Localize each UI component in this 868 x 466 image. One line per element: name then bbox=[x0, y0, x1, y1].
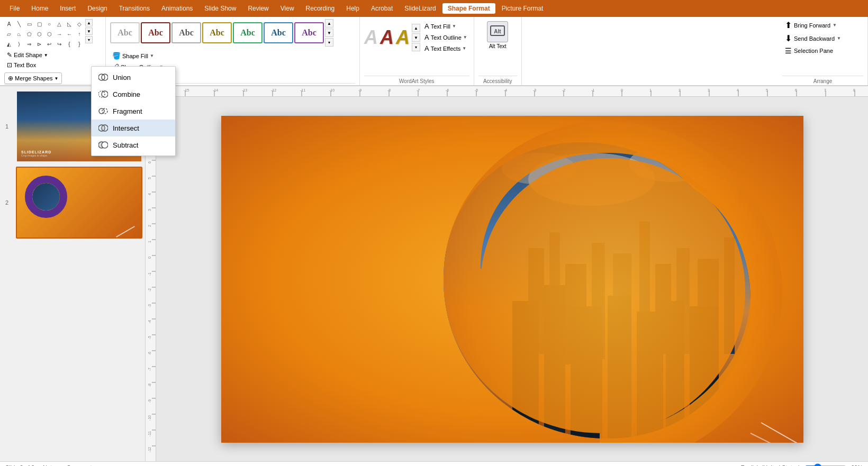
slide-content[interactable] bbox=[221, 116, 803, 443]
edit-shape-button[interactable]: ✎ Edit Shape ▼ bbox=[4, 50, 51, 60]
alt-text-label: Alt Text bbox=[489, 43, 507, 49]
svg-text:-12: -12 bbox=[148, 447, 151, 452]
menu-slidelizard[interactable]: SlideLizard bbox=[399, 3, 441, 14]
shape-icon-chevron[interactable]: ⟩ bbox=[14, 39, 24, 49]
menu-view[interactable]: View bbox=[275, 3, 300, 14]
merge-shapes-button[interactable]: ⊕ Merge Shapes ▼ bbox=[4, 72, 62, 84]
merge-shapes-icon: ⊕ bbox=[8, 75, 13, 82]
menu-animations[interactable]: Animations bbox=[156, 3, 198, 14]
merge-subtract[interactable]: Subtract bbox=[92, 136, 175, 153]
svg-text:-2: -2 bbox=[148, 288, 151, 291]
slide-2-thumb[interactable] bbox=[16, 167, 142, 239]
svg-text:-11: -11 bbox=[300, 88, 305, 92]
style-swatch-1[interactable]: Abc bbox=[141, 22, 170, 43]
menu-review[interactable]: Review bbox=[242, 3, 274, 14]
shapes-scroll-down[interactable]: ▼ bbox=[85, 28, 93, 35]
menu-picture-format[interactable]: Picture Format bbox=[496, 3, 549, 14]
merge-union[interactable]: Union bbox=[92, 69, 175, 86]
text-effects-icon: A bbox=[424, 44, 429, 52]
wordart-letter-gray[interactable]: A bbox=[364, 26, 378, 49]
shape-icon-brace[interactable]: } bbox=[75, 39, 84, 49]
shape-icon-notch[interactable]: ⊳ bbox=[34, 39, 44, 49]
shape-icon-arrow2[interactable]: ⇒ bbox=[24, 39, 34, 49]
shape-icon-hept[interactable]: ⬡ bbox=[44, 29, 54, 39]
alt-text-button[interactable]: Alt Alt Text bbox=[483, 19, 512, 51]
shape-icon-tri2[interactable]: ◭ bbox=[4, 39, 14, 49]
shape-icon-para[interactable]: ▱ bbox=[4, 29, 14, 39]
menu-acrobat[interactable]: Acrobat bbox=[366, 3, 398, 14]
svg-text:-8: -8 bbox=[148, 383, 151, 387]
notes-btn[interactable]: Notes bbox=[43, 464, 58, 467]
menu-transitions[interactable]: Transitions bbox=[114, 3, 155, 14]
shape-icon-line[interactable]: ╲ bbox=[14, 19, 24, 29]
svg-text:-9: -9 bbox=[358, 88, 361, 92]
shape-icon-trap[interactable]: ⏢ bbox=[14, 29, 24, 39]
menu-insert[interactable]: Insert bbox=[55, 3, 81, 14]
svg-text:6: 6 bbox=[795, 88, 797, 92]
shape-icon-penta[interactable]: ⬠ bbox=[24, 29, 34, 39]
shape-icon-arrow-l[interactable]: ← bbox=[65, 29, 74, 39]
merge-intersect[interactable]: Intersect bbox=[92, 120, 175, 136]
wordart-letter-red[interactable]: A bbox=[380, 26, 394, 49]
comments-btn[interactable]: Comments bbox=[67, 464, 95, 467]
text-box-button[interactable]: ⊡ Text Box bbox=[4, 60, 51, 70]
wordart-scroll-up[interactable]: ▲ bbox=[412, 24, 420, 32]
wordart-styles-group: A A A ▲ ▼ ▾ A Text Fill ▼ bbox=[360, 17, 474, 85]
shape-icon-text[interactable]: A bbox=[4, 19, 14, 29]
shape-icon-rect[interactable]: ▭ bbox=[24, 19, 34, 29]
style-swatch-3[interactable]: Abc bbox=[202, 22, 232, 43]
text-outline-icon: A bbox=[424, 33, 429, 41]
merge-combine[interactable]: Combine bbox=[92, 86, 175, 103]
slide1-text: SLIDELIZARD bbox=[21, 150, 51, 154]
menu-shape-format[interactable]: Shape Format bbox=[442, 3, 495, 14]
style-scroll-more[interactable]: ▾ bbox=[325, 38, 333, 47]
canvas-area[interactable]: -16 -15 -14 -13 -12 -11 -10 -9 - bbox=[146, 86, 868, 461]
menu-slideshow[interactable]: Slide Show bbox=[199, 3, 241, 14]
shape-icon-arrow-u[interactable]: ↑ bbox=[75, 29, 84, 39]
style-scroll-down[interactable]: ▼ bbox=[325, 29, 333, 37]
shape-icon-circle[interactable]: ○ bbox=[44, 19, 54, 29]
style-swatch-5[interactable]: Abc bbox=[264, 22, 293, 43]
style-scroll-up[interactable]: ▲ bbox=[325, 19, 333, 28]
shape-icon-rtri[interactable]: ◺ bbox=[65, 19, 74, 29]
shapes-scroll-up[interactable]: ▲ bbox=[85, 19, 93, 26]
style-swatch-0[interactable]: Abc bbox=[110, 22, 140, 43]
shape-icon-bracket[interactable]: { bbox=[65, 39, 74, 49]
menu-recording[interactable]: Recording bbox=[301, 3, 340, 14]
edit-shape-icon: ✎ bbox=[7, 51, 12, 59]
ruler-h-svg: -16 -15 -14 -13 -12 -11 -10 -9 - bbox=[156, 86, 868, 97]
wordart-scroll-more[interactable]: ▾ bbox=[412, 43, 420, 51]
shape-icon-tri1[interactable]: △ bbox=[55, 19, 64, 29]
style-swatch-2[interactable]: Abc bbox=[171, 22, 201, 43]
style-swatch-4[interactable]: Abc bbox=[233, 22, 263, 43]
shape-icon-arrow-r[interactable]: → bbox=[55, 29, 64, 39]
send-backward-button[interactable]: ⬇ Send Backward ▼ bbox=[782, 32, 844, 44]
wordart-scroll-down[interactable]: ▼ bbox=[412, 33, 420, 42]
slide-canvas[interactable] bbox=[156, 97, 868, 461]
fragment-icon bbox=[98, 106, 108, 116]
wordart-letter-gold[interactable]: A bbox=[396, 26, 410, 49]
menu-file[interactable]: File bbox=[4, 3, 25, 14]
shape-icon-uturn[interactable]: ↪ bbox=[55, 39, 64, 49]
style-swatch-6[interactable]: Abc bbox=[294, 22, 324, 43]
shapes-scroll-more[interactable]: ▾ bbox=[85, 36, 93, 43]
svg-text:-5: -5 bbox=[148, 336, 151, 339]
selection-pane-button[interactable]: ☰ Selection Pane bbox=[782, 45, 836, 56]
text-fill-button[interactable]: A Text Fill ▼ bbox=[422, 21, 469, 31]
merge-fragment[interactable]: Fragment bbox=[92, 103, 175, 120]
shape-icon-diamond[interactable]: ◇ bbox=[75, 19, 84, 29]
shape-icon-rrect[interactable]: ▢ bbox=[34, 19, 44, 29]
svg-text:-3: -3 bbox=[148, 304, 151, 307]
zoom-slider[interactable] bbox=[804, 463, 847, 467]
menu-design[interactable]: Design bbox=[82, 3, 112, 14]
shape-fill-button[interactable]: 🪣 Shape Fill ▼ bbox=[110, 51, 355, 61]
text-effects-button[interactable]: A Text Effects ▼ bbox=[422, 43, 469, 53]
menu-home[interactable]: Home bbox=[26, 3, 53, 14]
shape-icon-curve[interactable]: ↩ bbox=[44, 39, 54, 49]
menu-help[interactable]: Help bbox=[341, 3, 365, 14]
text-outline-button[interactable]: A Text Outline ▼ bbox=[422, 32, 469, 42]
shape-icon-hex[interactable]: ⬡ bbox=[34, 29, 44, 39]
svg-text:-6: -6 bbox=[446, 88, 449, 92]
svg-text:-9: -9 bbox=[148, 399, 151, 403]
bring-forward-button[interactable]: ⬆ Bring Forward ▼ bbox=[782, 19, 839, 31]
